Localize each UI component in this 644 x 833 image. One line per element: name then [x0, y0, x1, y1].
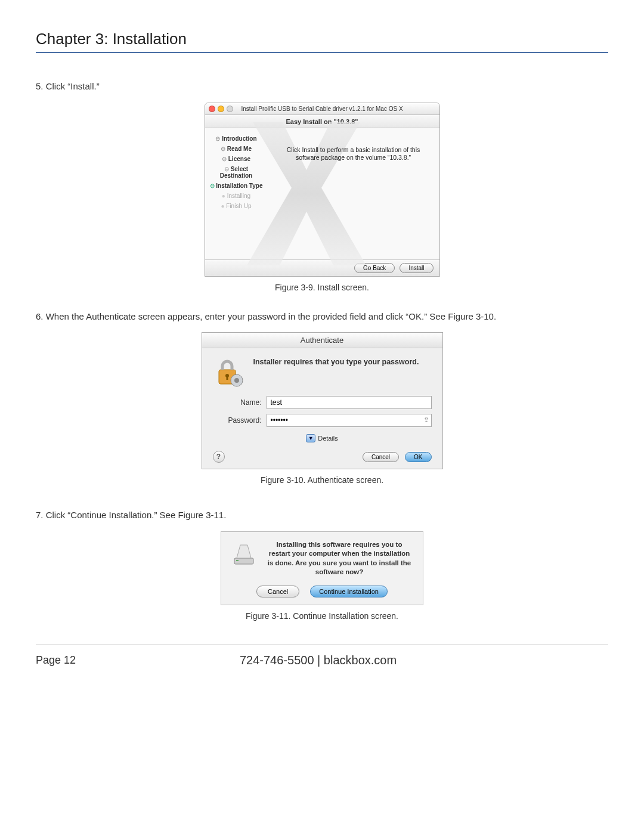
step-license: License	[209, 156, 264, 162]
figure-3-9-caption: Figure 3-9. Install screen.	[36, 283, 608, 292]
instruction-step-5: 5. Click “Install.”	[36, 80, 608, 94]
figure-3-9: Install Prolific USB to Serial Cable dri…	[36, 103, 608, 292]
svg-point-4	[234, 378, 239, 383]
install-body-text: Click Install to perform a basic install…	[268, 128, 439, 259]
cancel-button[interactable]: Cancel	[363, 452, 399, 462]
install-window: Install Prolific USB to Serial Cable dri…	[205, 103, 440, 277]
footer-rule	[36, 645, 608, 645]
step-finish-up: Finish Up	[209, 203, 264, 209]
caps-lock-icon: ⇪	[423, 416, 429, 424]
close-icon[interactable]	[209, 106, 215, 112]
disk-icon	[231, 540, 257, 566]
figure-3-11: Installing this software requires you to…	[36, 531, 608, 621]
details-toggle[interactable]: ▼ Details	[306, 434, 338, 442]
continue-installation-message: Installing this software requires you to…	[265, 540, 413, 577]
name-field[interactable]	[267, 396, 432, 409]
footer-website: blackbox.com	[324, 654, 397, 667]
continue-installation-dialog: Installing this software requires you to…	[221, 531, 423, 605]
figure-3-10-caption: Figure 3-10. Authenticate screen.	[36, 475, 608, 485]
cancel-button[interactable]: Cancel	[256, 586, 299, 597]
instruction-step-6: 6. When the Authenticate screen appears,…	[36, 310, 608, 324]
zoom-icon[interactable]	[227, 106, 233, 112]
step-select-destination: Select Destination	[209, 166, 264, 179]
footer-separator: |	[314, 654, 324, 667]
figure-3-11-caption: Figure 3-11. Continue Installation scree…	[36, 611, 608, 621]
name-label: Name:	[213, 398, 267, 407]
authenticate-prompt: Installer requires that you type your pa…	[253, 358, 419, 366]
svg-rect-2	[226, 376, 228, 380]
svg-rect-6	[236, 560, 239, 561]
ok-button[interactable]: OK	[405, 452, 431, 462]
page-number: Page 12	[36, 654, 76, 667]
authenticate-dialog: Authenticate Installer requires that you…	[202, 332, 443, 469]
details-label: Details	[318, 435, 338, 442]
footer-phone: 724-746-5500	[240, 654, 314, 667]
step-installing: Installing	[209, 193, 264, 199]
window-titlebar: Install Prolific USB to Serial Cable dri…	[205, 103, 439, 115]
install-steps-sidebar: Introduction Read Me License Select Dest…	[205, 128, 268, 259]
window-title: Install Prolific USB to Serial Cable dri…	[209, 106, 436, 112]
step-read-me: Read Me	[209, 145, 264, 152]
instruction-step-7: 7. Click “Continue Installation.” See Fi…	[36, 509, 608, 522]
step-installation-type: Installation Type	[209, 182, 264, 189]
figure-3-10: Authenticate Installer requires that you…	[36, 332, 608, 485]
disclosure-triangle-icon: ▼	[306, 434, 315, 442]
authenticate-title: Authenticate	[202, 333, 442, 348]
continue-installation-button[interactable]: Continue Installation	[310, 586, 388, 597]
password-field[interactable]	[267, 414, 432, 427]
help-button[interactable]: ?	[213, 451, 225, 463]
install-button[interactable]: Install	[400, 263, 433, 273]
step-introduction: Introduction	[209, 135, 264, 142]
chapter-title: Chapter 3: Installation	[36, 30, 608, 53]
password-label: Password:	[213, 416, 267, 425]
minimize-icon[interactable]	[218, 106, 224, 112]
lock-icon	[213, 357, 244, 388]
page-footer: Page 12 724-746-5500 | blackbox.com	[36, 654, 608, 667]
